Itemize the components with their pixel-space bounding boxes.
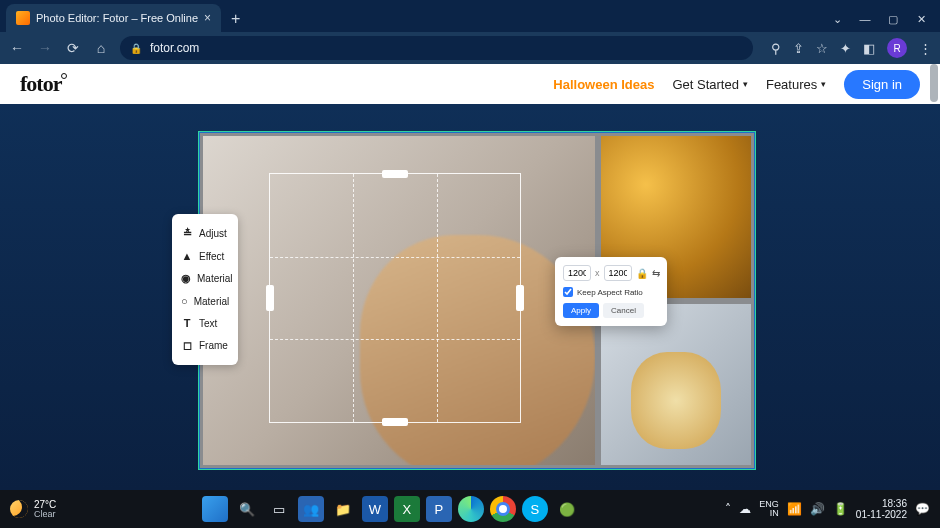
minimize-icon[interactable]: — <box>858 13 872 26</box>
crop-selection[interactable] <box>269 173 521 423</box>
keep-ratio-checkbox[interactable]: Keep Aspect Ratio <box>563 287 659 297</box>
nav-features-label: Features <box>766 77 817 92</box>
wifi-icon[interactable]: 📶 <box>787 502 802 516</box>
windows-taskbar: 27°C Clear 🔍 ▭ 👥 📁 W X P S 🟢 ˄ ☁ ENG IN … <box>0 490 940 528</box>
nav-halloween[interactable]: Halloween Ideas <box>553 77 654 92</box>
tool-effect[interactable]: ▲ Effect <box>172 245 238 267</box>
back-icon[interactable]: ← <box>8 40 26 56</box>
tool-label: Text <box>199 318 217 329</box>
browser-tab[interactable]: Photo Editor: Fotor – Free Online × <box>6 4 221 32</box>
toolbar-right: ⚲ ⇪ ☆ ✦ ◧ R ⋮ <box>771 38 932 58</box>
tray-chevron-icon[interactable]: ˄ <box>725 502 731 516</box>
reload-icon[interactable]: ⟳ <box>64 40 82 56</box>
address-bar[interactable]: 🔒 fotor.com <box>120 36 753 60</box>
tool-label: Effect <box>199 251 224 262</box>
extensions-icon[interactable]: ✦ <box>840 41 851 56</box>
frame-icon: ◻ <box>181 339 193 352</box>
maximize-icon[interactable]: ▢ <box>886 13 900 26</box>
tool-frame[interactable]: ◻ Frame <box>172 334 238 357</box>
cloud-icon[interactable]: ☁ <box>739 502 751 516</box>
resize-cancel-button[interactable]: Cancel <box>603 303 644 318</box>
resize-width-input[interactable] <box>563 265 591 281</box>
home-icon[interactable]: ⌂ <box>92 40 110 56</box>
profile-avatar[interactable]: R <box>887 38 907 58</box>
tool-material-2[interactable]: ○ Material <box>172 290 238 312</box>
page-scrollbar[interactable] <box>930 64 938 102</box>
taskbar-clock[interactable]: 18:36 01-11-2022 <box>856 498 907 520</box>
main-image-slot[interactable] <box>203 136 595 465</box>
logo[interactable]: fotor <box>20 71 61 97</box>
file-explorer-icon[interactable]: 📁 <box>330 496 356 522</box>
taskbar-app-chrome[interactable] <box>490 496 516 522</box>
crop-handle-top[interactable] <box>382 170 408 178</box>
tab-close-icon[interactable]: × <box>204 11 211 25</box>
sign-in-button[interactable]: Sign in <box>844 70 920 99</box>
taskbar-center: 🔍 ▭ 👥 📁 W X P S 🟢 <box>64 496 717 522</box>
swap-dims-icon[interactable]: ⇆ <box>652 268 660 279</box>
tool-text[interactable]: T Text <box>172 312 238 334</box>
kebab-menu-icon[interactable]: ⋮ <box>919 41 932 56</box>
editor-canvas-area: ≛ Adjust ▲ Effect ◉ Material ○ Material … <box>0 104 940 490</box>
taskbar-search-icon[interactable]: 🔍 <box>234 496 260 522</box>
tool-adjust[interactable]: ≛ Adjust <box>172 222 238 245</box>
battery-icon[interactable]: 🔋 <box>833 502 848 516</box>
crop-gridline <box>353 174 354 422</box>
tool-label: Material <box>194 296 230 307</box>
tool-panel: ≛ Adjust ▲ Effect ◉ Material ○ Material … <box>172 214 238 365</box>
tool-label: Material <box>197 273 233 284</box>
keep-ratio-input[interactable] <box>563 287 573 297</box>
taskbar-app-edge[interactable] <box>458 496 484 522</box>
taskbar-app-misc[interactable]: 🟢 <box>554 496 580 522</box>
browser-titlebar: Photo Editor: Fotor – Free Online × + ⌄ … <box>0 0 940 32</box>
resize-inputs-row: x 🔒 ⇆ <box>563 265 659 281</box>
site-header: fotor Halloween Ideas Get Started ▾ Feat… <box>0 64 940 104</box>
volume-icon[interactable]: 🔊 <box>810 502 825 516</box>
notifications-icon[interactable]: 💬 <box>915 502 930 516</box>
bookmark-icon[interactable]: ☆ <box>816 41 828 56</box>
taskbar-app-teams[interactable]: 👥 <box>298 496 324 522</box>
crop-handle-left[interactable] <box>266 285 274 311</box>
tool-material-1[interactable]: ◉ Material <box>172 267 238 290</box>
chevron-down-icon: ▾ <box>743 79 748 89</box>
crop-handle-bottom[interactable] <box>382 418 408 426</box>
weather-condition: Clear <box>34 510 56 519</box>
crop-gridline <box>270 339 520 340</box>
nav-get-started[interactable]: Get Started ▾ <box>672 77 747 92</box>
url-text: fotor.com <box>150 41 199 55</box>
tab-favicon <box>16 11 30 25</box>
forward-icon[interactable]: → <box>36 40 54 56</box>
crop-handle-right[interactable] <box>516 285 524 311</box>
resize-x-separator: x <box>595 268 600 278</box>
taskbar-app-skype[interactable]: S <box>522 496 548 522</box>
taskbar-app-powerpoint[interactable]: P <box>426 496 452 522</box>
text-icon: T <box>181 317 193 329</box>
lang-bot: IN <box>759 509 779 518</box>
collage-frame[interactable] <box>198 131 756 470</box>
share-icon[interactable]: ⇪ <box>793 41 804 56</box>
material-icon: ◉ <box>181 272 191 285</box>
close-icon[interactable]: ✕ <box>914 13 928 26</box>
resize-popover: x 🔒 ⇆ Keep Aspect Ratio Apply Cancel <box>555 257 667 326</box>
system-tray: ˄ ☁ ENG IN 📶 🔊 🔋 18:36 01-11-2022 💬 <box>725 498 930 520</box>
lock-icon: 🔒 <box>130 43 142 54</box>
resize-height-input[interactable] <box>604 265 632 281</box>
adjust-icon: ≛ <box>181 227 193 240</box>
window-menu-icon[interactable]: ⌄ <box>830 13 844 26</box>
browser-toolbar: ← → ⟳ ⌂ 🔒 fotor.com ⚲ ⇪ ☆ ✦ ◧ R ⋮ <box>0 32 940 64</box>
task-view-icon[interactable]: ▭ <box>266 496 292 522</box>
language-indicator[interactable]: ENG IN <box>759 500 779 518</box>
resize-apply-button[interactable]: Apply <box>563 303 599 318</box>
nav-features[interactable]: Features ▾ <box>766 77 826 92</box>
collage-image-bottom[interactable] <box>601 304 751 466</box>
new-tab-button[interactable]: + <box>231 10 240 32</box>
start-button[interactable] <box>202 496 228 522</box>
material-icon: ○ <box>181 295 188 307</box>
tab-title: Photo Editor: Fotor – Free Online <box>36 12 198 24</box>
taskbar-weather[interactable]: 27°C Clear <box>10 500 56 519</box>
taskbar-app-word[interactable]: W <box>362 496 388 522</box>
sidepanel-icon[interactable]: ◧ <box>863 41 875 56</box>
lock-ratio-icon[interactable]: 🔒 <box>636 268 648 279</box>
taskbar-app-excel[interactable]: X <box>394 496 420 522</box>
search-icon[interactable]: ⚲ <box>771 41 781 56</box>
clock-time: 18:36 <box>856 498 907 509</box>
